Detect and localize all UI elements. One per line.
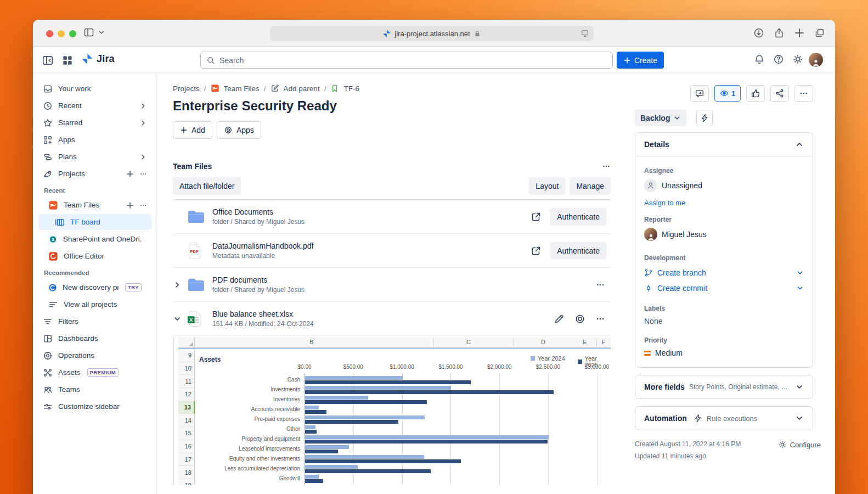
file-more-button[interactable] <box>594 313 606 325</box>
share-button[interactable] <box>770 85 789 102</box>
chevron-down-icon[interactable] <box>795 383 804 391</box>
chevron-right-icon[interactable] <box>139 102 147 110</box>
more-actions-button[interactable] <box>794 85 813 102</box>
user-avatar[interactable] <box>809 53 823 67</box>
file-row-office-documents[interactable]: Office Documentsfolder / Shared by Migue… <box>173 200 611 234</box>
configure-button[interactable]: Configure <box>778 440 821 449</box>
file-name[interactable]: PDF documents <box>212 276 594 284</box>
expand-icon[interactable] <box>173 280 182 289</box>
automation-quick-button[interactable] <box>696 110 713 126</box>
breadcrumb-add-parent[interactable]: Add parent <box>284 85 320 93</box>
breadcrumb-projects[interactable]: Projects <box>173 85 200 93</box>
downloads-icon[interactable] <box>753 27 764 38</box>
row-header[interactable]: 14 <box>178 414 195 427</box>
create-branch-button[interactable]: Create branch <box>644 268 804 277</box>
add-icon[interactable] <box>126 201 134 209</box>
row-header[interactable]: 10 <box>178 362 195 375</box>
chevron-right-icon[interactable] <box>139 153 147 161</box>
create-button[interactable]: Create <box>617 52 664 69</box>
column-header[interactable]: B <box>309 339 313 345</box>
file-name[interactable]: Office Documents <box>212 207 529 216</box>
authenticate-button[interactable]: Authenticate <box>550 208 606 226</box>
edit-file-button[interactable] <box>553 312 566 325</box>
sidebar-item-operations[interactable]: Operations <box>38 347 151 363</box>
close-window-button[interactable] <box>46 30 53 37</box>
row-headers[interactable]: 910111213141516171819 <box>178 349 195 485</box>
file-row-datajournalism-pdf[interactable]: PDFDataJournalismHandbook.pdfMetadata un… <box>173 234 611 268</box>
breadcrumb-issue-key[interactable]: TF-6 <box>343 85 359 93</box>
preview-file-button[interactable] <box>573 312 587 325</box>
reader-view-icon[interactable] <box>580 29 589 38</box>
file-name[interactable]: DataJournalismHandbook.pdf <box>212 242 529 250</box>
sidebar-item-filters[interactable]: Filters <box>38 313 151 329</box>
open-external-button[interactable] <box>529 210 543 223</box>
chevron-down-icon[interactable] <box>796 284 804 292</box>
more-fields-card[interactable]: More fields Story Points, Original estim… <box>635 375 813 399</box>
settings-icon[interactable] <box>792 54 803 65</box>
add-icon[interactable] <box>126 170 134 178</box>
automation-card[interactable]: Automation Rule executions <box>635 406 813 430</box>
row-header[interactable]: 15 <box>178 427 195 440</box>
file-more-button[interactable] <box>594 279 606 291</box>
collapse-icon[interactable] <box>173 315 182 323</box>
sidebar-item-dashboards[interactable]: Dashboards <box>38 330 151 346</box>
column-header[interactable]: C <box>466 339 471 345</box>
sidebar-item-your-work[interactable]: Your work <box>38 81 151 97</box>
more-icon[interactable] <box>139 170 147 178</box>
breadcrumb-project[interactable]: Team Files <box>224 85 260 93</box>
section-more-icon[interactable] <box>602 162 611 171</box>
browser-sidebar-icon[interactable] <box>83 27 94 38</box>
sidebar-item-tf-board[interactable]: TF board <box>38 214 151 230</box>
layout-button[interactable]: Layout <box>529 177 565 195</box>
search-input[interactable] <box>219 56 607 65</box>
collapse-sidebar-icon[interactable] <box>42 54 54 66</box>
sidebar-item-office-editor[interactable]: Office Editor <box>38 248 151 264</box>
sidebar-item-team-files[interactable]: Team Files <box>38 197 151 213</box>
status-dropdown[interactable]: Backlog <box>635 109 686 126</box>
sidebar-item-customize[interactable]: Customize sidebar <box>38 398 151 414</box>
row-header[interactable]: 16 <box>178 440 195 453</box>
address-bar[interactable]: jira-project.atlassian.net <box>270 26 594 41</box>
chevron-down-icon[interactable] <box>98 29 105 36</box>
open-external-button[interactable] <box>529 244 543 257</box>
priority-value[interactable]: Medium <box>644 349 804 357</box>
row-header[interactable]: 12 <box>178 388 195 401</box>
row-header[interactable]: 17 <box>178 453 195 467</box>
tab-overview-icon[interactable] <box>814 27 825 38</box>
minimize-window-button[interactable] <box>58 30 65 37</box>
watchers-button[interactable]: 1 <box>714 85 741 102</box>
labels-value[interactable]: None <box>644 317 804 325</box>
sidebar-item-projects[interactable]: Projects <box>38 166 151 182</box>
create-commit-button[interactable]: Create commit <box>644 284 804 293</box>
attach-file-button[interactable]: Attach file/folder <box>173 177 241 195</box>
row-header[interactable]: 19 <box>178 479 195 485</box>
sidebar-item-plans[interactable]: Plans <box>38 149 151 165</box>
file-name[interactable]: Blue balance sheet.xlsx <box>212 310 553 318</box>
assign-to-me-link[interactable]: Assign to me <box>644 199 685 207</box>
sidebar-item-recent[interactable]: Recent <box>38 98 151 114</box>
manage-button[interactable]: Manage <box>570 177 611 195</box>
zoom-window-button[interactable] <box>69 30 76 37</box>
chevron-up-icon[interactable] <box>795 140 804 149</box>
more-icon[interactable] <box>139 201 147 209</box>
apps-button[interactable]: Apps <box>217 121 261 139</box>
row-header[interactable]: 18 <box>178 466 195 479</box>
like-button[interactable] <box>746 85 765 102</box>
sidebar-item-starred[interactable]: Starred <box>38 115 151 131</box>
new-tab-icon[interactable] <box>794 27 805 38</box>
global-search[interactable] <box>200 52 613 69</box>
assignee-value[interactable]: Unassigned <box>644 179 804 192</box>
authenticate-button[interactable]: Authenticate <box>550 242 606 260</box>
sidebar-item-teams[interactable]: Teams <box>38 381 151 397</box>
column-header[interactable]: D <box>541 339 545 345</box>
chevron-down-icon[interactable] <box>796 269 804 277</box>
file-row-blue-balance-sheet[interactable]: XBlue balance sheet.xlsx151.44 KB / Modi… <box>173 302 611 336</box>
row-header[interactable]: 11 <box>178 375 195 388</box>
column-header[interactable]: E <box>583 339 587 345</box>
sidebar-item-view-all-projects[interactable]: View all projects <box>38 296 151 312</box>
share-page-icon[interactable] <box>774 27 785 38</box>
column-header[interactable]: F <box>602 339 606 345</box>
jira-logo[interactable]: Jira <box>81 53 115 65</box>
file-row-pdf-documents[interactable]: PDF documentsfolder / Shared by Miguel J… <box>173 268 611 302</box>
reporter-value[interactable]: Miguel Jesus <box>644 228 804 241</box>
